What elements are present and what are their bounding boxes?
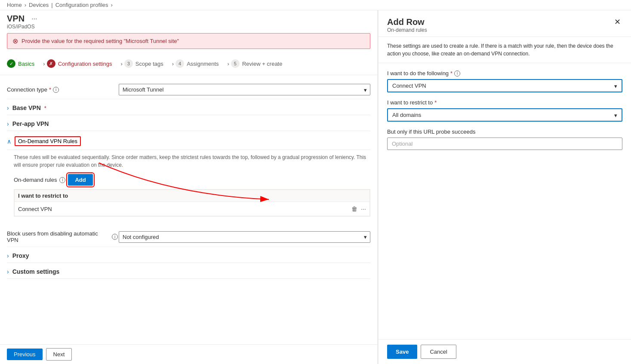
panel-header: Add Row On-demand rules ✕ <box>379 10 631 37</box>
panel-field-action: I want to do the following * i Connect V… <box>387 70 622 92</box>
step-assignments-circle: 4 <box>175 59 184 68</box>
on-demand-rules-info-icon[interactable]: i <box>59 177 65 183</box>
panel-description: These settings are used to create a rule… <box>379 37 631 63</box>
cancel-button[interactable]: Cancel <box>421 345 456 359</box>
more-icon[interactable]: ··· <box>361 205 366 212</box>
breadcrumb-devices[interactable]: Devices <box>29 2 49 8</box>
main-content: Connection type * i Microsoft Tunnel IKE… <box>0 75 377 344</box>
right-panel: Add Row On-demand rules ✕ These settings… <box>378 10 631 364</box>
base-vpn-section[interactable]: › Base VPN * <box>7 99 370 115</box>
error-icon: ⊗ <box>12 37 18 45</box>
connection-type-row: Connection type * i Microsoft Tunnel IKE… <box>7 80 370 99</box>
proxy-title: Proxy <box>12 252 29 259</box>
custom-settings-chevron: › <box>7 268 9 275</box>
close-button[interactable]: ✕ <box>613 17 622 27</box>
panel-body: I want to do the following * i Connect V… <box>379 63 631 339</box>
wizard-steps: ✓ Basics › ✗ Configuration settings › 3 … <box>0 52 377 75</box>
panel-field-url-probe: But only if this URL probe succeeds <box>387 128 622 150</box>
block-users-select[interactable]: Not configured Yes No <box>119 231 370 243</box>
next-button[interactable]: Next <box>46 348 72 361</box>
on-demand-info-text: These rules will be evaluated sequential… <box>14 153 370 169</box>
block-users-info-icon[interactable]: i <box>112 234 118 240</box>
table-actions: 🗑 ··· <box>351 205 366 212</box>
bottom-bar: Previous Next <box>0 344 377 364</box>
per-app-vpn-section[interactable]: › Per-app VPN <box>7 115 370 131</box>
page-title: VPN <box>7 14 25 24</box>
table-row-text: Connect VPN <box>18 206 351 212</box>
panel-field-restrict: I want to restrict to * All domains Spec… <box>387 99 622 122</box>
add-button[interactable]: Add <box>68 174 92 186</box>
breadcrumb-config[interactable]: Configuration profiles <box>55 2 108 8</box>
page-subtitle: iOS/iPadOS <box>7 24 370 30</box>
page-dots[interactable]: ··· <box>31 15 37 23</box>
page-header: VPN ··· iOS/iPadOS <box>0 10 377 30</box>
step-review-circle: 5 <box>231 59 240 68</box>
step-basics[interactable]: ✓ Basics <box>7 56 41 71</box>
step-scope-label: Scope tags <box>135 61 163 67</box>
custom-settings-section[interactable]: › Custom settings <box>7 263 370 279</box>
step-assignments-label: Assignments <box>187 61 219 67</box>
step-assignments[interactable]: 4 Assignments <box>175 56 225 71</box>
error-banner: ⊗ Provide the value for the required set… <box>7 33 370 49</box>
on-demand-rules-label: On-demand rules i Add <box>14 174 370 186</box>
breadcrumb-home[interactable]: Home <box>7 2 22 8</box>
on-demand-section-header[interactable]: ∧ On-Demand VPN Rules <box>7 131 370 150</box>
connection-type-info-icon[interactable]: i <box>53 87 59 93</box>
per-app-vpn-chevron: › <box>7 120 9 127</box>
left-panel: VPN ··· iOS/iPadOS ⊗ Provide the value f… <box>0 10 378 364</box>
panel-field-restrict-label: I want to restrict to * <box>387 99 622 106</box>
breadcrumb: Home › Devices | Configuration profiles … <box>0 0 631 10</box>
previous-button[interactable]: Previous <box>7 349 43 360</box>
on-demand-chevron: ∧ <box>7 138 11 145</box>
on-demand-body: These rules will be evaluated sequential… <box>7 150 370 220</box>
panel-footer: Save Cancel <box>379 339 631 364</box>
step-config-label: Configuration settings <box>58 61 112 67</box>
connection-type-label: Connection type * i <box>7 86 119 93</box>
block-users-row: Block users from disabling automatic VPN… <box>7 227 370 247</box>
proxy-section[interactable]: › Proxy <box>7 247 370 263</box>
panel-field-action-label: I want to do the following * i <box>387 70 622 76</box>
base-vpn-chevron: › <box>7 104 9 111</box>
delete-icon[interactable]: 🗑 <box>351 205 357 212</box>
base-vpn-title: Base VPN <box>12 104 41 111</box>
on-demand-vpn-label: On-Demand VPN Rules <box>15 136 81 146</box>
per-app-vpn-title: Per-app VPN <box>12 120 49 127</box>
panel-title: Add Row <box>387 17 427 27</box>
custom-settings-title: Custom settings <box>12 268 60 275</box>
panel-field1-info-icon[interactable]: i <box>454 70 460 76</box>
panel-action-select[interactable]: Connect VPN Disconnect VPN Ignore Evalua… <box>388 80 622 92</box>
connection-type-select[interactable]: Microsoft Tunnel IKEv2 L2TP PPTP <box>119 84 370 95</box>
panel-restrict-select[interactable]: All domains Specific domains Specific SS… <box>388 109 622 121</box>
table-header: I want to restrict to <box>14 190 370 202</box>
table-row: Connect VPN 🗑 ··· <box>14 202 370 216</box>
step-basics-label: Basics <box>18 61 34 67</box>
proxy-chevron: › <box>7 252 9 259</box>
step-scope-circle: 3 <box>124 59 133 68</box>
step-review-label: Review + create <box>242 61 283 67</box>
step-basics-circle: ✓ <box>7 59 15 68</box>
save-button[interactable]: Save <box>387 345 417 359</box>
step-config-circle: ✗ <box>47 59 55 68</box>
url-probe-input[interactable] <box>387 138 622 150</box>
block-users-label: Block users from disabling automatic VPN… <box>7 230 119 243</box>
step-scope[interactable]: 3 Scope tags <box>124 56 170 71</box>
panel-subtitle: On-demand rules <box>387 27 427 33</box>
error-text: Provide the value for the required setti… <box>22 38 179 44</box>
step-config[interactable]: ✗ Configuration settings <box>47 56 119 71</box>
panel-field-url-probe-label: But only if this URL probe succeeds <box>387 128 622 135</box>
step-review[interactable]: 5 Review + create <box>231 56 289 71</box>
